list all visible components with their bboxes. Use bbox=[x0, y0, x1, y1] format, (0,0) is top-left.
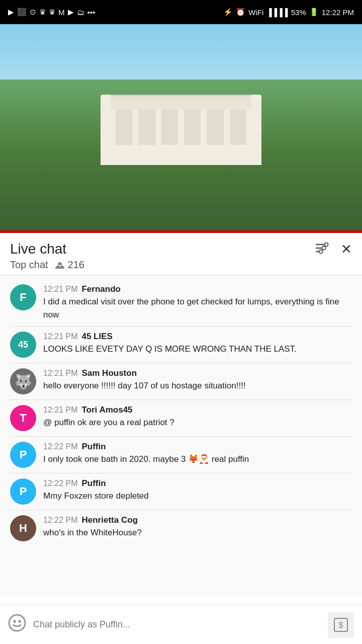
video-thumbnail[interactable] bbox=[0, 24, 362, 230]
signal-bars: ▐▐▐▐ bbox=[266, 8, 288, 17]
battery-level: 53% bbox=[291, 8, 306, 17]
svg-point-7 bbox=[14, 620, 16, 623]
svg-point-8 bbox=[19, 620, 21, 623]
message-time: 12:21 PM bbox=[43, 369, 77, 378]
notification-icon: ⬛ bbox=[17, 8, 27, 17]
svg-point-3 bbox=[325, 243, 328, 247]
crown-icon2: ♛ bbox=[49, 8, 55, 17]
message-content: 12:21 PM Fernando I did a medical visit … bbox=[43, 284, 352, 321]
dots-icon: ••• bbox=[87, 8, 96, 17]
message-content: 12:21 PM Sam Houston hello everyone !!!!… bbox=[43, 368, 352, 392]
mastodon-icon: M bbox=[58, 8, 65, 17]
filter-icon[interactable] bbox=[315, 242, 329, 256]
play-icon: ▶ bbox=[8, 8, 14, 17]
viewer-count: 216 bbox=[54, 259, 84, 271]
avatar: P bbox=[10, 478, 36, 505]
message-content: 12:21 PM Tori Amos45 @ puffin ok are you… bbox=[43, 405, 352, 429]
live-chat-title: Live chat bbox=[10, 241, 66, 257]
clock: 12:22 PM bbox=[322, 8, 354, 17]
avatar: 🐺 bbox=[10, 368, 36, 394]
avatar: H bbox=[10, 515, 36, 541]
message-time: 12:21 PM bbox=[43, 285, 77, 294]
message-time: 12:22 PM bbox=[43, 516, 77, 525]
bluetooth-icon: ⚡ bbox=[223, 8, 233, 17]
emoji-button[interactable] bbox=[8, 614, 26, 635]
message-author: Puffin bbox=[81, 478, 106, 489]
sync-icon: ⊙ bbox=[30, 8, 36, 17]
table-row: T 12:21 PM Tori Amos45 @ puffin ok are y… bbox=[0, 400, 362, 436]
alarm-icon: ⏰ bbox=[236, 8, 245, 17]
message-text: @ puffin ok are you a real patriot ? bbox=[43, 416, 352, 429]
message-author: Sam Houston bbox=[81, 368, 137, 378]
message-text: who's in the WhiteHouse? bbox=[43, 526, 352, 539]
message-author: Tori Amos45 bbox=[81, 405, 132, 415]
svg-text:$: $ bbox=[339, 621, 343, 629]
close-button[interactable]: ✕ bbox=[341, 243, 352, 256]
table-row: H 12:22 PM Henrietta Cog who's in the Wh… bbox=[0, 510, 362, 546]
avatar: F bbox=[10, 284, 36, 310]
svg-point-5 bbox=[319, 250, 323, 254]
message-content: 12:22 PM Puffin Mmy Foxzen store deplete… bbox=[43, 478, 352, 503]
message-time: 12:22 PM bbox=[43, 442, 77, 451]
message-time: 12:22 PM bbox=[43, 479, 77, 488]
message-text: hello everyone !!!!!! day 107 of us host… bbox=[43, 379, 352, 392]
crown-icon1: ♛ bbox=[39, 8, 46, 17]
message-author: 45 LIES bbox=[81, 332, 112, 342]
status-icons: ▶ ⬛ ⊙ ♛ ♛ M ▶ 🗂 ••• bbox=[8, 8, 95, 17]
avatar: T bbox=[10, 405, 36, 431]
table-row: 45 12:21 PM 45 LIES LOOKS LIKE EVETY DAY… bbox=[0, 327, 362, 363]
wifi-icon: WiFi bbox=[248, 8, 263, 17]
table-row: F 12:21 PM Fernando I did a medical visi… bbox=[0, 279, 362, 326]
status-info: ⚡ ⏰ WiFi ▐▐▐▐ 53% 🔋 12:22 PM bbox=[223, 8, 354, 17]
avatar: 45 bbox=[10, 332, 36, 358]
top-chat-label[interactable]: Top chat bbox=[10, 259, 48, 271]
message-content: 12:21 PM 45 LIES LOOKS LIKE EVETY DAY Q … bbox=[43, 332, 352, 356]
message-time: 12:21 PM bbox=[43, 406, 77, 415]
table-row: 🐺 12:21 PM Sam Houston hello everyone !!… bbox=[0, 363, 362, 399]
message-text: Mmy Foxzen store depleted bbox=[43, 490, 352, 503]
svg-point-6 bbox=[9, 615, 25, 631]
message-text: LOOKS LIKE EVETY DAY Q IS MORE WRONG THA… bbox=[43, 343, 352, 356]
folder-icon: 🗂 bbox=[77, 8, 84, 17]
avatar: P bbox=[10, 442, 36, 468]
message-author: Henrietta Cog bbox=[81, 515, 137, 525]
message-author: Fernando bbox=[81, 284, 120, 294]
battery-icon: 🔋 bbox=[309, 8, 319, 17]
message-text: I did a medical visit over the phone to … bbox=[43, 295, 352, 321]
chat-input[interactable] bbox=[33, 619, 321, 630]
message-text: I only took one bath in 2020. maybe 3 🦊🎅… bbox=[43, 453, 352, 466]
message-content: 12:22 PM Henrietta Cog who's in the Whit… bbox=[43, 515, 352, 539]
chat-input-bar: $ bbox=[0, 605, 362, 644]
message-time: 12:21 PM bbox=[43, 332, 77, 341]
status-bar: ▶ ⬛ ⊙ ♛ ♛ M ▶ 🗂 ••• ⚡ ⏰ WiFi ▐▐▐▐ 53% 🔋 … bbox=[0, 0, 362, 24]
chat-header: Live chat ✕ Top chat 216 bbox=[0, 233, 362, 275]
message-author: Puffin bbox=[81, 442, 106, 452]
svg-point-4 bbox=[322, 247, 326, 250]
table-row: P 12:22 PM Puffin Mmy Foxzen store deple… bbox=[0, 473, 362, 510]
message-content: 12:22 PM Puffin I only took one bath in … bbox=[43, 442, 352, 466]
send-button[interactable]: $ bbox=[328, 612, 354, 638]
table-row: P 12:22 PM Puffin I only took one bath i… bbox=[0, 437, 362, 473]
chat-messages-list: F 12:21 PM Fernando I did a medical visi… bbox=[0, 275, 362, 596]
youtube-icon: ▶ bbox=[68, 8, 74, 17]
